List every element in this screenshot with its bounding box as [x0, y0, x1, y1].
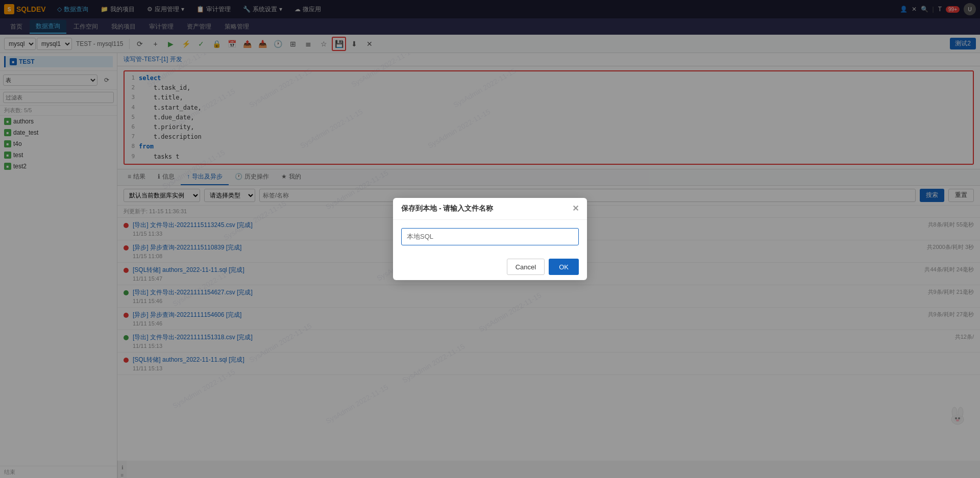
modal-body [393, 220, 587, 254]
cancel-button[interactable]: Cancel [507, 259, 545, 275]
modal-overlay: 保存到本地 - 请输入文件名称 ✕ Cancel OK [0, 0, 980, 478]
ok-button[interactable]: OK [549, 259, 579, 275]
modal-filename-input[interactable] [401, 228, 579, 245]
modal-close-button[interactable]: ✕ [572, 205, 579, 213]
modal-header: 保存到本地 - 请输入文件名称 ✕ [393, 198, 587, 220]
modal-footer: Cancel OK [393, 254, 587, 280]
modal-title: 保存到本地 - 请输入文件名称 [401, 204, 493, 213]
save-modal: 保存到本地 - 请输入文件名称 ✕ Cancel OK [393, 198, 587, 280]
